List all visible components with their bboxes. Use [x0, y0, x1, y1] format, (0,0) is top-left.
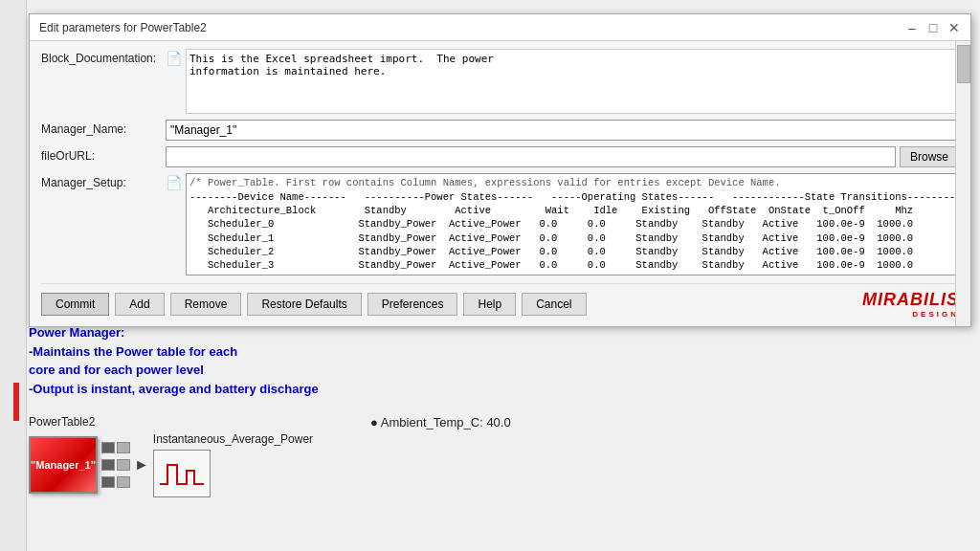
block-visual: "Manager_1"	[29, 432, 313, 497]
table-row-1: Scheduler_1 Standby_Power Active_Power 0…	[189, 231, 955, 245]
button-row: Commit Add Remove Restore Defaults Prefe…	[41, 283, 959, 319]
doc-icon: 📄	[166, 51, 182, 66]
mirabilis-sub-text: DESIGN	[862, 310, 959, 319]
cancel-button[interactable]: Cancel	[522, 293, 586, 316]
file-url-label: fileOrURL:	[41, 146, 166, 163]
pm-line-2: -Output is instant, average and battery …	[29, 380, 967, 399]
arrow-right-icon: ►	[134, 456, 149, 474]
port-box-5	[101, 476, 115, 488]
mirabilis-logo: MIRABILIS DESIGN	[862, 290, 959, 319]
setup-comment: /* Power_Table. First row contains Colum…	[189, 177, 955, 188]
setup-doc-icon: 📄	[166, 175, 182, 190]
remove-button[interactable]: Remove	[170, 293, 242, 316]
manager-name-input[interactable]	[166, 120, 959, 141]
dialog-title: Edit parameters for PowerTable2	[39, 21, 207, 34]
block-doc-row: Block_Documentation: 📄	[41, 49, 959, 114]
output-block: Instantaneous_Average_Power	[153, 432, 313, 497]
signal-waveform	[158, 457, 206, 491]
table-subheader: Architecture_Block Standby Active Wait I…	[189, 204, 955, 217]
port-group-3	[101, 476, 130, 488]
dialog-scrollbar[interactable]	[955, 41, 970, 326]
preferences-button[interactable]: Preferences	[368, 293, 458, 316]
minimize-button[interactable]: –	[905, 21, 919, 34]
restore-defaults-button[interactable]: Restore Defaults	[247, 293, 361, 316]
below-dialog-content: Power Manager: -Maintains the Power tabl…	[29, 323, 967, 497]
browse-button[interactable]: Browse	[900, 146, 959, 167]
file-url-input[interactable]	[166, 146, 896, 167]
ambient-info: ● Ambient_Temp_C: 40.0	[370, 415, 511, 430]
port-box-1	[101, 442, 115, 453]
signal-box	[153, 450, 211, 497]
maximize-button[interactable]: □	[926, 21, 940, 34]
block-title: PowerTable2	[29, 415, 95, 429]
table-row-2: Scheduler_2 Standby_Power Active_Power 0…	[189, 245, 955, 258]
port-box-4	[117, 459, 130, 471]
file-url-row: fileOrURL: Browse	[41, 146, 959, 167]
block-doc-label: Block_Documentation:	[41, 49, 166, 65]
input-ports	[101, 442, 130, 488]
file-url-control: Browse	[166, 146, 959, 167]
add-button[interactable]: Add	[115, 293, 164, 316]
help-button[interactable]: Help	[463, 293, 516, 316]
pm-line-0: -Maintains the Power table for each	[29, 342, 967, 362]
pm-title: Power Manager:	[29, 323, 967, 342]
port-box-3	[101, 459, 115, 471]
power-manager-description: Power Manager: -Maintains the Power tabl…	[29, 323, 967, 398]
mirabilis-main-text: MIRABILIS	[862, 290, 959, 309]
edit-parameters-dialog: Edit parameters for PowerTable2 – □ ✕ Bl…	[29, 13, 971, 327]
power-table-block: PowerTable2 "Manager_1"	[29, 415, 313, 497]
red-indicator	[13, 383, 19, 421]
block-doc-control: 📄	[166, 49, 959, 114]
manager-name-row: Manager_Name:	[41, 120, 959, 141]
manager-name-control	[166, 120, 959, 141]
block-manager-label: "Manager_1"	[31, 459, 96, 471]
dialog-titlebar: Edit parameters for PowerTable2 – □ ✕	[30, 14, 970, 41]
port-box-6	[117, 476, 130, 488]
manager-setup-label: Manager_Setup:	[41, 173, 166, 189]
pm-line-1: core and for each power level	[29, 361, 967, 380]
manager-name-label: Manager_Name:	[41, 120, 166, 136]
title-controls: – □ ✕	[905, 21, 961, 34]
output-title: Instantaneous_Average_Power	[153, 432, 313, 446]
setup-content-area: /* Power_Table. First row contains Colum…	[186, 173, 959, 276]
block-doc-textarea[interactable]	[186, 49, 959, 114]
port-group-1	[101, 442, 130, 453]
diagram-area: PowerTable2 "Manager_1"	[29, 415, 967, 497]
manager-setup-row: Manager_Setup: 📄 /* Power_Table. First r…	[41, 173, 959, 276]
red-power-block[interactable]: "Manager_1"	[29, 436, 98, 494]
table-header: --------Device Name------- ----------Pow…	[189, 190, 955, 204]
table-row-3: Scheduler_3 Standby_Power Active_Power 0…	[189, 258, 955, 272]
close-button[interactable]: ✕	[947, 21, 961, 34]
dialog-body: Block_Documentation: 📄 Manager_Name: fil…	[30, 41, 970, 326]
commit-button[interactable]: Commit	[41, 293, 109, 316]
table-row-0: Scheduler_0 Standby_Power Active_Power 0…	[189, 217, 955, 231]
ambient-text: ● Ambient_Temp_C: 40.0	[370, 415, 511, 430]
port-box-2	[117, 442, 130, 453]
manager-setup-control: 📄 /* Power_Table. First row contains Col…	[166, 173, 959, 276]
scroll-thumb[interactable]	[957, 45, 970, 83]
left-sidebar	[0, 0, 27, 551]
port-group-2	[101, 459, 130, 471]
